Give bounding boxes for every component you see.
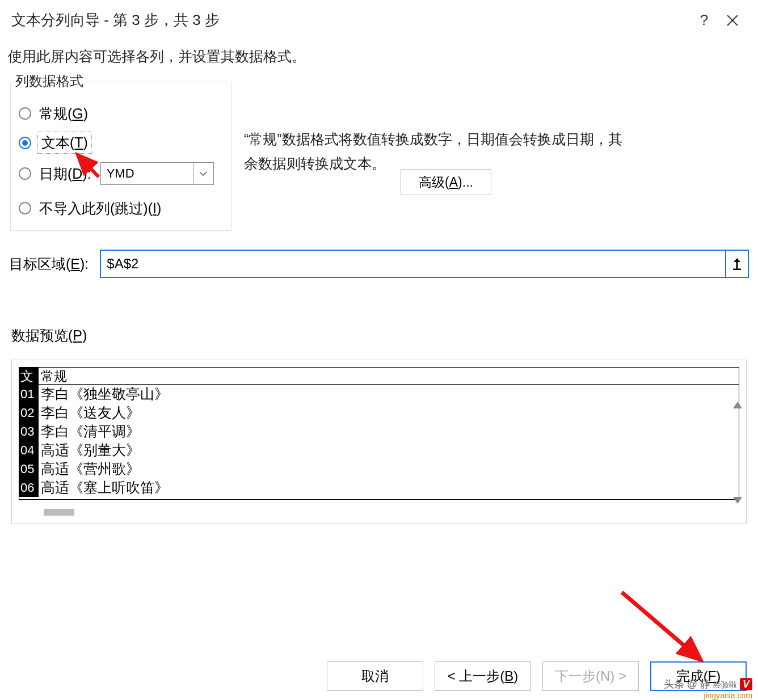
preview-row: 01李白《独坐敬亭山》 <box>19 385 739 403</box>
radio-skip-label: 不导入此列(跳过)(I) <box>39 199 161 218</box>
cell-a: 04 <box>19 441 39 459</box>
scroll-down-icon <box>733 497 742 504</box>
column-format-group: 列数据格式 常规(G) 文本(T) 日期(D): YMD 不导入此列(跳过)(I… <box>10 82 231 231</box>
chevron-down-icon <box>193 163 213 184</box>
date-format-value: YMD <box>101 163 193 184</box>
advanced-button[interactable]: 高级(A)... <box>401 169 491 195</box>
preview-grid[interactable]: 文 常规 01李白《独坐敬亭山》 02李白《送友人》 03李白《清平调》 04高… <box>19 367 739 500</box>
preview-row: 05高适《营州歌》 <box>19 459 739 478</box>
horizontal-scrollbar-thumb[interactable] <box>44 509 74 516</box>
radio-general-label: 常规(G) <box>39 104 88 123</box>
radio-general[interactable]: 常规(G) <box>19 104 223 123</box>
vertical-scrollbar[interactable] <box>731 369 742 515</box>
radio-date[interactable]: 日期(D): YMD <box>19 162 223 185</box>
collapse-dialog-icon[interactable] <box>725 251 748 277</box>
radio-text-label: 文本(T) <box>39 133 90 152</box>
preview-row: 04高适《别董大》 <box>19 441 739 459</box>
back-button[interactable]: < 上一步(B) <box>435 661 531 691</box>
svg-line-8 <box>622 592 701 660</box>
format-info-text: “常规”数据格式将数值转换成数字，日期值会转换成日期，其余数据则转换成文本。 <box>244 127 635 175</box>
preview-row: 02李白《送友人》 <box>19 403 739 422</box>
close-button[interactable] <box>718 14 747 27</box>
cell-b: 李白《清平调》 <box>39 422 739 441</box>
date-format-combo[interactable]: YMD <box>100 162 214 185</box>
cell-a: 01 <box>19 385 39 403</box>
group-legend: 列数据格式 <box>13 72 86 90</box>
preview-header-a: 文 <box>19 368 39 384</box>
svg-marker-3 <box>734 258 740 262</box>
radio-skip[interactable]: 不导入此列(跳过)(I) <box>19 199 223 218</box>
cell-b: 高适《塞上听吹笛》 <box>39 478 739 497</box>
preview-panel: 文 常规 01李白《独坐敬亭山》 02李白《送友人》 03李白《清平调》 04高… <box>11 360 747 524</box>
instruction-text: 使用此屏内容可选择各列，并设置其数据格式。 <box>0 36 758 71</box>
preview-row: 06高适《塞上听吹笛》 <box>19 478 739 497</box>
next-button: 下一步(N) > <box>542 661 639 691</box>
target-input-wrap <box>100 250 749 278</box>
cell-a: 03 <box>19 422 39 441</box>
radio-text[interactable]: 文本(T) <box>19 133 223 152</box>
preview-header-b: 常规 <box>39 368 739 384</box>
radio-icon <box>19 137 31 149</box>
preview-row: 03李白《清平调》 <box>19 422 739 441</box>
watermark-text: 头条 @ 静 <box>664 678 710 690</box>
watermark: 头条 @ 静 经验啦 V jingyanla.com <box>664 677 752 700</box>
cell-a: 06 <box>19 478 39 497</box>
cell-a: 05 <box>19 459 39 478</box>
target-label: 目标区域(E): <box>9 255 89 273</box>
cell-b: 李白《送友人》 <box>39 403 739 422</box>
cell-b: 李白《独坐敬亭山》 <box>39 385 739 403</box>
radio-icon <box>19 107 31 120</box>
watermark-badge-icon: V <box>740 678 752 690</box>
cell-a: 02 <box>19 403 39 422</box>
cell-b: 高适《营州歌》 <box>39 459 739 478</box>
preview-header-row: 文 常规 <box>19 368 739 385</box>
cell-b: 高适《别董大》 <box>39 441 739 459</box>
cancel-button[interactable]: 取消 <box>327 661 423 691</box>
watermark-mid: 经验啦 <box>713 680 737 689</box>
scroll-up-icon <box>733 402 742 408</box>
radio-icon <box>19 167 31 180</box>
help-button[interactable]: ? <box>690 11 718 29</box>
target-input[interactable] <box>101 251 725 277</box>
radio-date-label: 日期(D): <box>39 164 91 183</box>
dialog-title: 文本分列向导 - 第 3 步，共 3 步 <box>11 10 690 30</box>
watermark-site: jingyanla.com <box>664 691 752 700</box>
preview-label: 数据预览(P) <box>11 326 87 345</box>
radio-icon <box>19 202 31 214</box>
